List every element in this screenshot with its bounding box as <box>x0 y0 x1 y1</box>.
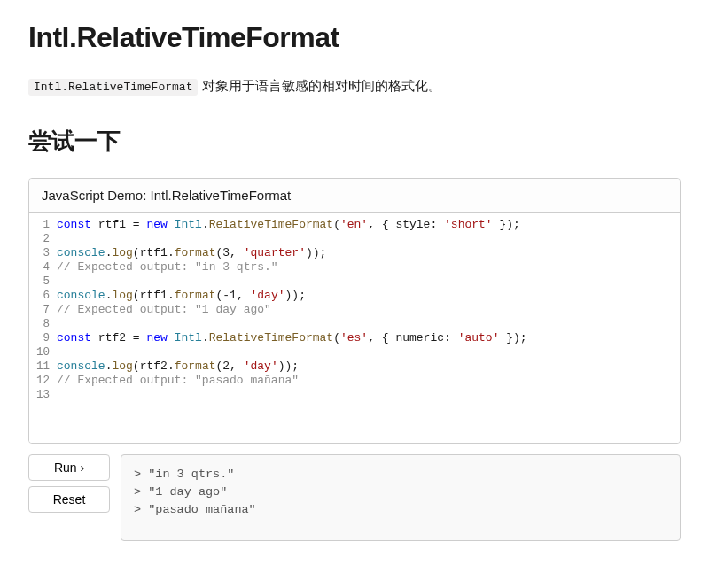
reset-button[interactable]: Reset <box>28 486 110 513</box>
output-console: > "in 3 qtrs."> "1 day ago"> "pasado mañ… <box>121 454 681 541</box>
demo-title: JavaScript Demo: Intl.RelativeTimeFormat <box>29 179 680 213</box>
code-content[interactable]: const rtf1 = new Intl.RelativeTimeFormat… <box>57 218 680 437</box>
code-editor[interactable]: 12345678910111213 const rtf1 = new Intl.… <box>29 213 680 443</box>
demo-container: JavaScript Demo: Intl.RelativeTimeFormat… <box>28 178 681 444</box>
run-row: Run › Reset > "in 3 qtrs."> "1 day ago">… <box>28 454 681 541</box>
output-line: > "in 3 qtrs." <box>134 466 667 484</box>
output-line: > "1 day ago" <box>134 484 667 501</box>
intro-text: 对象用于语言敏感的相对时间的格式化。 <box>198 78 440 93</box>
line-numbers: 12345678910111213 <box>29 218 57 437</box>
button-group: Run › Reset <box>28 454 110 513</box>
page-title: Intl.RelativeTimeFormat <box>28 21 681 54</box>
output-line: > "pasado mañana" <box>134 501 667 519</box>
try-it-heading: 尝试一下 <box>28 126 681 157</box>
intro-paragraph: Intl.RelativeTimeFormat 对象用于语言敏感的相对时间的格式… <box>28 75 681 97</box>
intro-code: Intl.RelativeTimeFormat <box>28 79 198 96</box>
run-button[interactable]: Run › <box>28 454 110 481</box>
